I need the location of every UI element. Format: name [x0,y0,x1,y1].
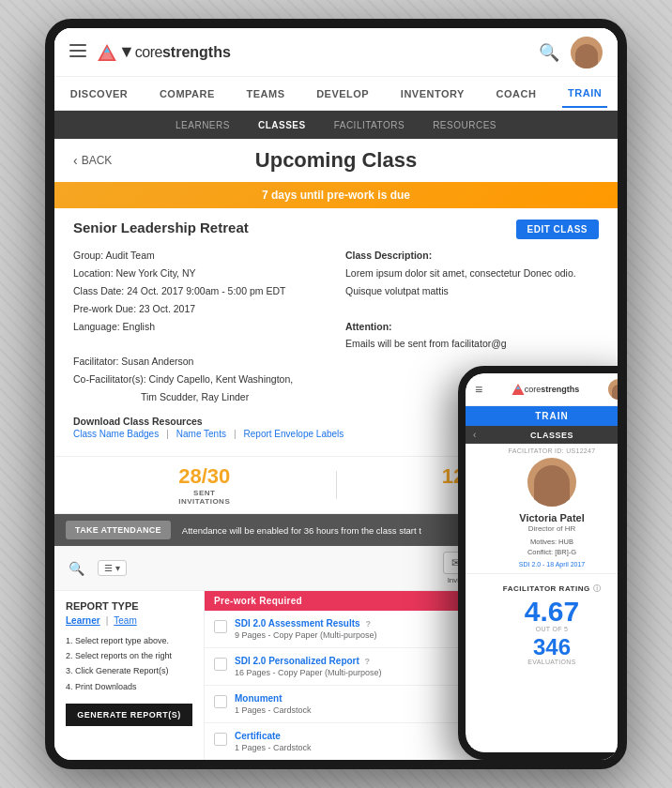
nav-discover[interactable]: DISCOVER [65,81,133,107]
take-attendance-button[interactable]: TAKE ATTENDANCE [66,521,171,539]
download-badges[interactable]: Class Name Badges [73,429,159,439]
page-header: ‹ BACK Upcoming Class [54,139,618,182]
edit-class-button[interactable]: EDIT CLASS [516,220,599,239]
phone-evaluations: 346 [475,636,618,659]
report-steps: 1. Select report type above. 2. Select r… [66,633,192,694]
phone-divider [466,573,618,574]
report-detail-3: 1 Pages - Cardstock [235,705,312,715]
report-type-title: REPORT TYPE [66,600,192,612]
phone-classes-label: CLASSES [530,431,573,440]
toolbar-search-icon[interactable]: 🔍 [66,558,86,579]
report-detail-4: 1 Pages - Cardstock [235,743,312,752]
class-title: Senior Leadership Retreat [73,220,249,235]
report-team-link[interactable]: Team [114,615,136,626]
svg-rect-1 [69,50,86,52]
phone-facilitator-motives: Motives: HUB Conflict: [BR]-G [466,537,618,558]
report-learner-link[interactable]: Learner [66,615,100,626]
download-name-tents[interactable]: Name Tents [176,429,226,439]
view-toggle[interactable]: ☰ ▾ [98,560,127,576]
page-title: Upcoming Class [255,148,417,173]
phone-avatar [608,379,618,400]
report-checkbox-2[interactable] [214,658,227,671]
nav-teams[interactable]: TEAMS [240,81,290,107]
phone-menu-icon: ≡ [475,382,482,397]
menu-icon[interactable] [69,42,86,62]
phone-facilitator-id: FACILITATOR ID: US12247 [466,444,618,458]
main-nav: DISCOVER COMPARE TEAMS DEVELOP INVENTORY… [54,77,618,111]
nav-coach[interactable]: COACH [491,81,542,107]
sub-nav: LEARNERS CLASSES FACILITATORS RESOURCES [54,111,618,139]
download-envelopes[interactable]: Report Envelope Labels [244,429,344,439]
phone-rating-number: 4.67 [475,598,618,626]
generate-reports-button[interactable]: GENERATE REPORT(S) [66,704,192,726]
svg-rect-2 [69,55,86,57]
report-name-4[interactable]: Certificate [235,731,312,741]
phone-facilitator-name: Victoria Patel [466,512,618,523]
attendance-text: Attendance will be enabled for 36 hours … [182,525,421,536]
app-logo: ▼ corestrengths [98,42,231,62]
phone-overlay: ≡ corestrengths TRAIN [458,366,618,760]
report-name-2[interactable]: SDI 2.0 Personalized Report ? [235,656,382,666]
report-type-panel: REPORT TYPE Learner | Team 1. Select rep… [54,591,205,760]
phone-classes-bar: ‹ CLASSES › [466,426,618,444]
avatar [571,37,603,68]
report-checkbox-3[interactable] [214,695,227,708]
alert-banner: 7 days until pre-work is due [54,182,618,208]
nav-train[interactable]: TRAIN [562,80,607,108]
report-detail-1: 9 Pages - Copy Paper (Multi-purpose) [235,630,377,640]
report-name-1[interactable]: SDI 2.0 Assessment Results ? [235,618,377,629]
stat-invitations: 28/30 SENTINVITATIONS [73,464,336,506]
phone-train-bar: TRAIN [466,406,618,426]
phone-rating-title: FACILITATOR RATING ⓘ [475,583,618,594]
subnav-learners[interactable]: LEARNERS [176,120,230,130]
phone-profile-link[interactable]: SDI 2.0 - 18 April 2017 [466,561,618,568]
nav-inventory[interactable]: INVENTORY [395,81,470,107]
phone-header: ≡ corestrengths [466,373,618,406]
report-detail-2: 16 Pages - Copy Paper (Multi-purpose) [235,668,382,677]
phone-logo: corestrengths [512,384,580,395]
phone-facilitator-role: Director of HR [466,524,618,533]
class-info-left: Group: Audit Team Location: New York Cit… [73,247,327,406]
nav-develop[interactable]: DEVELOP [311,81,374,107]
phone-rating-section: FACILITATOR RATING ⓘ 4.67 OUT OF 5 346 E… [466,580,618,669]
subnav-resources[interactable]: RESOURCES [433,120,496,130]
nav-compare[interactable]: COMPARE [154,81,221,107]
report-checkbox-4[interactable] [214,733,227,746]
back-link[interactable]: ‹ BACK [73,153,112,168]
subnav-classes[interactable]: CLASSES [258,120,306,130]
phone-facilitator-avatar [527,458,576,507]
search-icon[interactable]: 🔍 [539,42,559,63]
phone-prev-icon[interactable]: ‹ [473,430,476,440]
subnav-facilitators[interactable]: FACILITATORS [334,120,405,130]
svg-rect-0 [69,44,86,46]
phone-eval-label: EVALUATIONS [475,659,618,665]
report-checkbox-1[interactable] [214,620,227,633]
app-header: ▼ corestrengths 🔍 [54,28,618,77]
report-name-3[interactable]: Monument [235,693,312,704]
phone-rating-outof: OUT OF 5 [475,626,618,632]
